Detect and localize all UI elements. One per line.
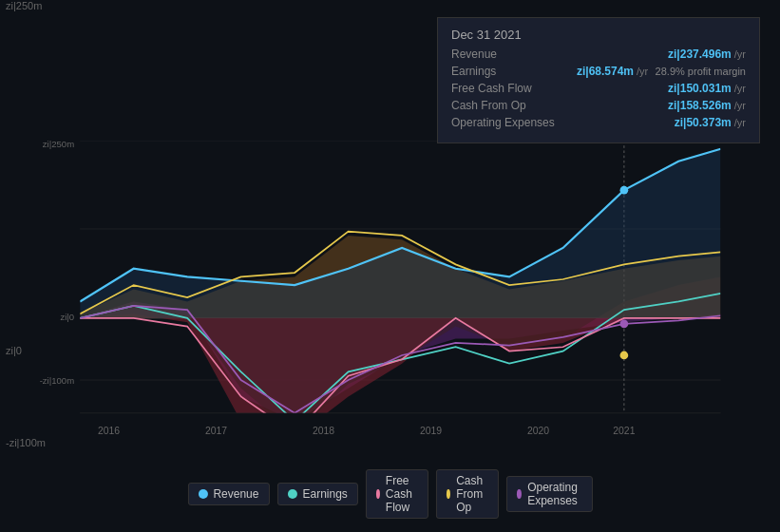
tooltip-label-fcf: Free Cash Flow [451, 82, 565, 95]
profit-margin: 28.9% profit margin [656, 66, 746, 77]
tooltip-date: Dec 31 2021 [451, 28, 746, 42]
legend-item-fcf[interactable]: Free Cash Flow [366, 469, 428, 519]
tooltip-row-fcf: Free Cash Flow zi|150.031m/yr [451, 82, 746, 95]
legend-item-revenue[interactable]: Revenue [187, 483, 269, 505]
tooltip-row-opex: Operating Expenses zi|50.373m/yr [451, 116, 746, 129]
chart-container: Dec 31 2021 Revenue zi|237.496m/yr Earni… [0, 0, 780, 532]
legend-label-fcf: Free Cash Flow [386, 474, 418, 514]
svg-point-10 [620, 320, 629, 329]
tooltip-label-revenue: Revenue [451, 48, 565, 61]
svg-point-9 [620, 352, 629, 360]
tooltip-value-opex: zi|50.373m [675, 116, 732, 129]
tooltip-label-earnings: Earnings [451, 65, 565, 78]
svg-text:zi|250m: zi|250m [43, 141, 74, 149]
svg-text:2018: 2018 [313, 426, 334, 436]
legend-dot-revenue [198, 489, 207, 499]
svg-text:2020: 2020 [527, 426, 549, 436]
tooltip: Dec 31 2021 Revenue zi|237.496m/yr Earni… [437, 17, 760, 143]
tooltip-label-cashop: Cash From Op [451, 99, 565, 112]
svg-text:2016: 2016 [98, 426, 120, 436]
svg-text:2019: 2019 [420, 426, 442, 436]
y-label-250: zi|250m [6, 0, 42, 11]
tooltip-value-cashop: zi|158.526m [668, 99, 732, 112]
tooltip-value-fcf: zi|150.031m [668, 82, 732, 95]
legend-item-opex[interactable]: Operating Expenses [506, 476, 593, 512]
tooltip-value-earnings: zi|68.574m [577, 65, 634, 78]
tooltip-row-earnings: Earnings zi|68.574m/yr 28.9% profit marg… [451, 65, 746, 78]
svg-text:zi|0: zi|0 [60, 312, 74, 322]
chart-svg: 2016 2017 2018 2019 2020 2021 zi|250m zi… [0, 141, 780, 487]
svg-point-8 [620, 186, 629, 195]
legend-dot-opex [517, 489, 522, 499]
legend-label-opex: Operating Expenses [527, 481, 581, 507]
svg-text:2021: 2021 [613, 426, 635, 436]
svg-text:2017: 2017 [205, 426, 227, 436]
tooltip-row-revenue: Revenue zi|237.496m/yr [451, 48, 746, 61]
svg-text:-zi|100m: -zi|100m [40, 375, 74, 386]
tooltip-label-opex: Operating Expenses [451, 116, 565, 129]
legend: Revenue Earnings Free Cash Flow Cash Fro… [187, 469, 592, 519]
legend-item-cashop[interactable]: Cash From Op [436, 469, 499, 519]
legend-label-earnings: Earnings [302, 487, 347, 501]
tooltip-value-revenue: zi|237.496m [668, 48, 732, 61]
legend-dot-earnings [287, 489, 296, 499]
legend-label-revenue: Revenue [213, 487, 258, 501]
legend-label-cashop: Cash From Op [456, 474, 488, 514]
tooltip-row-cashop: Cash From Op zi|158.526m/yr [451, 99, 746, 112]
legend-item-earnings[interactable]: Earnings [276, 483, 357, 505]
legend-dot-cashop [447, 489, 450, 499]
legend-dot-fcf [376, 489, 380, 499]
